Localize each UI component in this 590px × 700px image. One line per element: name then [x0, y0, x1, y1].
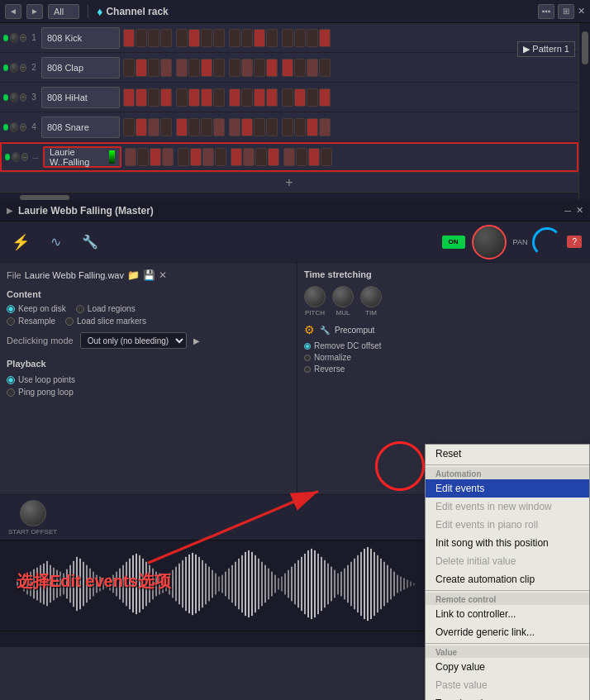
normalize-label: Normalize — [314, 353, 351, 362]
menu-item-copy-value[interactable]: Copy value — [426, 658, 589, 676]
minimize-btn[interactable]: ─ — [564, 206, 571, 216]
close-rack-btn[interactable]: ✕ — [578, 6, 585, 17]
svg-rect-65 — [228, 569, 230, 600]
minus-btn-4[interactable]: − — [20, 123, 26, 131]
row-controls-4: − — [3, 122, 26, 132]
remove-dc-radio[interactable] — [304, 343, 311, 350]
minus-btn-2[interactable]: − — [20, 64, 26, 72]
load-regions-label: Load regions — [88, 304, 136, 313]
menu-item-create-automation[interactable]: Create automation clip — [426, 570, 589, 588]
tim-knob[interactable] — [360, 286, 382, 307]
channel-rack-body: − 1 808 Kick — [0, 23, 590, 202]
reverse-radio[interactable] — [304, 366, 311, 373]
file-save-icon[interactable]: 💾 — [143, 269, 155, 281]
volume-knob-1[interactable] — [10, 33, 18, 43]
pads-laurie — [125, 148, 573, 166]
wrench-icon[interactable]: 🔧 — [78, 230, 102, 255]
num-button[interactable]: ? — [567, 236, 582, 248]
row-controls-3: − — [3, 93, 26, 102]
active-indicator-laurie — [5, 154, 10, 160]
undo-button[interactable]: ◄ — [5, 4, 21, 19]
close-plugin-btn[interactable]: ✕ — [576, 205, 583, 216]
svg-rect-109 — [374, 552, 375, 616]
svg-rect-98 — [337, 574, 339, 595]
file-clear-icon[interactable]: ✕ — [159, 269, 167, 281]
row-number-3: 3 — [26, 93, 41, 102]
channel-name-808hihat[interactable]: 808 HiHat — [41, 87, 120, 108]
channel-row-laurie: − --- Laurie W..Falling — [0, 142, 578, 172]
pan-knob-wrap — [470, 223, 508, 261]
start-offset-knob[interactable] — [20, 500, 46, 526]
minus-btn-3[interactable]: − — [20, 93, 26, 102]
menu-item-override-generic[interactable]: Override generic link... — [426, 623, 589, 641]
svg-rect-80 — [278, 579, 279, 590]
vertical-scrollbar[interactable] — [578, 23, 590, 202]
pitch-knob[interactable] — [304, 286, 326, 307]
menu-item-link-controller[interactable]: Link to controller... — [426, 605, 589, 623]
menu-item-type-value[interactable]: Type in value... — [426, 694, 589, 700]
grid-btn[interactable]: ⊞ — [558, 4, 574, 19]
keep-on-disk-option[interactable]: Keep on disk — [7, 304, 66, 313]
volume-knob-3[interactable] — [10, 93, 18, 102]
svg-rect-83 — [288, 570, 289, 598]
collapse-icon[interactable]: ▶ — [7, 206, 13, 215]
h-scrollbar-thumb[interactable] — [20, 195, 69, 200]
row-controls-2: − — [3, 63, 26, 73]
mul-knob[interactable] — [332, 286, 354, 307]
svg-rect-48 — [172, 570, 174, 598]
volume-knob-laurie[interactable] — [12, 152, 20, 162]
channel-rack-title: ♦ Channel rack — [97, 5, 169, 18]
ping-pong-radio — [7, 388, 15, 397]
svg-rect-115 — [393, 572, 395, 597]
reverse-row: Reverse — [304, 364, 583, 374]
active-indicator-1 — [3, 35, 8, 41]
svg-rect-106 — [364, 549, 365, 619]
add-channel-button[interactable]: + — [0, 172, 578, 192]
load-slice-option[interactable]: Load slice markers — [65, 317, 146, 326]
red-arrow-annotation — [66, 464, 355, 572]
lightning-icon[interactable]: ⚡ — [8, 230, 33, 255]
normalize-radio[interactable] — [304, 355, 311, 361]
row-number-4: 4 — [26, 122, 41, 131]
pan-label: PAN — [513, 238, 528, 246]
menu-section-value: Value — [426, 645, 589, 658]
pan-knob[interactable] — [472, 225, 507, 260]
svg-rect-100 — [344, 569, 345, 600]
menu-item-edit-events[interactable]: Edit events — [426, 479, 589, 498]
svg-rect-63 — [221, 575, 223, 593]
filter-dropdown[interactable]: All — [48, 4, 79, 19]
use-loop-label: Use loop points — [18, 375, 75, 384]
pads-808hihat — [123, 88, 575, 107]
resample-radio — [7, 317, 15, 326]
redo-button[interactable]: ► — [26, 4, 43, 19]
declicking-label: Declicking mode — [7, 336, 74, 345]
svg-rect-82 — [284, 574, 286, 595]
channel-name-808clap[interactable]: 808 Clap — [41, 57, 120, 79]
ping-pong-option[interactable]: Ping pong loop — [7, 388, 290, 397]
channel-name-808kick[interactable]: 808 Kick — [41, 27, 120, 49]
file-open-icon[interactable]: 📁 — [127, 269, 140, 281]
volume-knob-2[interactable] — [10, 63, 18, 73]
file-label: File — [7, 270, 21, 280]
time-stretch-knobs: PITCH MUL TIM — [304, 286, 583, 317]
v-scrollbar-thumb[interactable] — [582, 31, 588, 64]
volume-knob-4[interactable] — [10, 122, 18, 132]
use-loop-points-option[interactable]: Use loop points — [7, 375, 290, 384]
declicking-dropdown[interactable]: Out only (no bleeding) — [80, 332, 187, 349]
channel-name-laurie[interactable]: Laurie W..Falling — [43, 146, 121, 168]
waveform-icon[interactable]: ∿ — [43, 230, 68, 255]
on-indicator[interactable]: ON — [442, 236, 465, 249]
menu-item-paste-value: Paste value — [426, 676, 589, 694]
bars-btn[interactable]: ▪▪▪ — [538, 4, 554, 19]
resample-option[interactable]: Resample — [7, 317, 55, 326]
minus-btn-1[interactable]: − — [20, 34, 26, 42]
menu-item-init-song[interactable]: Init song with this position — [426, 534, 589, 552]
channel-name-808snare[interactable]: 808 Snare — [41, 117, 120, 138]
load-regions-option[interactable]: Load regions — [76, 304, 136, 313]
minus-btn-laurie[interactable]: − — [21, 153, 28, 161]
playback-title: Playback — [7, 359, 290, 369]
content-section-title: Content — [7, 289, 290, 299]
menu-item-reset[interactable]: Reset — [426, 445, 589, 463]
active-indicator-3 — [3, 94, 8, 101]
pattern-label: ▶ Pattern 1 — [517, 41, 575, 57]
